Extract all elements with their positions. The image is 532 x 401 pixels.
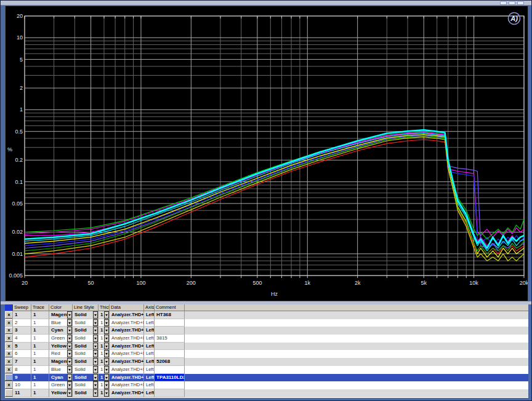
sweep-enable-cell[interactable]: x <box>5 358 13 366</box>
sweep-enable-button[interactable]: x <box>5 366 13 373</box>
sweep-enable-button[interactable]: x <box>5 351 13 358</box>
color-dropdown-button[interactable] <box>67 389 72 397</box>
sweep-enable-button[interactable]: x <box>5 319 13 327</box>
minimize-icon[interactable] <box>500 1 507 5</box>
line-style-dropdown-button[interactable] <box>93 319 98 327</box>
comment-cell[interactable] <box>155 327 185 335</box>
line-style-dropdown-button[interactable] <box>93 358 98 365</box>
axis-cell[interactable]: Left <box>144 374 155 382</box>
line-style-dropdown-button[interactable] <box>93 311 98 319</box>
comment-cell[interactable]: 3815 <box>155 335 185 343</box>
line-style-cell[interactable]: Solid <box>73 311 99 319</box>
trace-number-cell[interactable]: 1 <box>31 335 49 343</box>
sweep-enable-button[interactable] <box>5 374 13 381</box>
data-source-cell[interactable]: Analyzer.THD+N <box>110 350 144 358</box>
axis-cell[interactable]: Left <box>144 389 155 397</box>
line-style-cell[interactable]: Solid <box>73 366 99 374</box>
sweep-enable-button[interactable]: x <box>5 381 13 389</box>
sweep-enable-cell[interactable]: x <box>5 327 13 335</box>
data-source-cell[interactable]: Analyzer.THD+N <box>110 358 144 366</box>
comment-cell[interactable] <box>155 350 185 358</box>
color-dropdown-button[interactable] <box>67 343 72 350</box>
sweep-row-4[interactable]: x41GreenSolid1Analyzer.THD+NLeft3815 <box>5 335 528 343</box>
sweep-enable-button[interactable]: x <box>5 311 13 319</box>
line-style-dropdown-button[interactable] <box>93 366 98 373</box>
sweep-enable-cell[interactable]: x <box>5 343 13 351</box>
thick-dropdown-button[interactable] <box>104 327 109 334</box>
color-dropdown-button[interactable] <box>67 335 72 342</box>
thick-dropdown-button[interactable] <box>104 343 109 350</box>
comment-cell[interactable]: 52068 <box>155 358 185 366</box>
axis-cell[interactable]: Left <box>144 327 155 335</box>
color-cell[interactable]: Cyan <box>49 374 73 382</box>
trace-number-cell[interactable]: 1 <box>31 389 49 397</box>
comment-cell[interactable] <box>155 389 185 397</box>
sweep-enable-button[interactable] <box>5 389 13 397</box>
line-style-dropdown-button[interactable] <box>93 374 98 381</box>
line-style-dropdown-button[interactable] <box>93 327 98 334</box>
sweep-enable-cell[interactable]: x <box>5 350 13 358</box>
sweep-enable-cell[interactable]: x <box>5 335 13 343</box>
trace-number-cell[interactable]: 1 <box>31 350 49 358</box>
color-dropdown-button[interactable] <box>67 319 72 327</box>
trace-number-cell[interactable]: 1 <box>31 319 49 327</box>
thick-dropdown-button[interactable] <box>104 350 109 357</box>
sweep-enable-cell[interactable]: x <box>5 366 13 374</box>
thick-dropdown-button[interactable] <box>104 311 109 319</box>
sweep-number-cell[interactable]: 7 <box>13 358 31 366</box>
comment-cell[interactable]: TPA3110LD2 <box>155 374 185 382</box>
sweep-row-3[interactable]: x31CyanSolid1Analyzer.THD+NLeft <box>5 327 528 335</box>
color-dropdown-button[interactable] <box>67 358 72 365</box>
color-dropdown-button[interactable] <box>67 374 72 381</box>
axis-cell[interactable]: Left <box>144 343 155 351</box>
thick-cell[interactable]: 1 <box>99 366 110 374</box>
line-style-dropdown-button[interactable] <box>93 343 98 350</box>
data-source-cell[interactable]: Analyzer.THD+N <box>110 335 144 343</box>
data-source-cell[interactable]: Analyzer.THD+N <box>110 381 144 389</box>
sweep-enable-cell[interactable]: x <box>5 311 13 319</box>
sweep-number-cell[interactable]: 10 <box>13 381 31 389</box>
sweep-number-cell[interactable]: 6 <box>13 350 31 358</box>
thick-dropdown-button[interactable] <box>104 381 109 389</box>
color-cell[interactable]: Red <box>49 350 73 358</box>
sweep-row-11[interactable]: 111YellowSolid1Analyzer.THD+NLeft <box>5 389 528 397</box>
color-cell[interactable]: Blue <box>49 366 73 374</box>
axis-cell[interactable]: Left <box>144 350 155 358</box>
thick-dropdown-button[interactable] <box>104 335 109 342</box>
line-style-cell[interactable]: Solid <box>73 335 99 343</box>
line-style-cell[interactable]: Solid <box>73 389 99 397</box>
close-icon[interactable] <box>517 1 524 5</box>
sweep-number-cell[interactable]: 2 <box>13 319 31 327</box>
maximize-icon[interactable] <box>509 1 515 5</box>
thick-cell[interactable]: 1 <box>99 335 110 343</box>
color-cell[interactable]: Green <box>49 335 73 343</box>
line-style-cell[interactable]: Solid <box>73 327 99 335</box>
sweep-number-cell[interactable]: 11 <box>13 389 31 397</box>
sweep-row-10[interactable]: x101GreenSolid1Analyzer.THD+NLeft <box>5 381 528 389</box>
sweep-number-cell[interactable]: 5 <box>13 343 31 351</box>
line-style-cell[interactable]: Solid <box>73 358 99 366</box>
sweep-enable-button[interactable]: x <box>5 358 13 365</box>
trace-number-cell[interactable]: 1 <box>31 311 49 319</box>
thick-cell[interactable]: 1 <box>99 374 110 382</box>
sweep-number-cell[interactable]: 4 <box>13 335 31 343</box>
axis-cell[interactable]: Left <box>144 311 155 319</box>
thick-cell[interactable]: 1 <box>99 350 110 358</box>
sweep-enable-button[interactable]: x <box>5 343 13 350</box>
thick-cell[interactable]: 1 <box>99 381 110 389</box>
trace-number-cell[interactable]: 1 <box>31 327 49 335</box>
comment-cell[interactable] <box>155 366 185 374</box>
data-source-cell[interactable]: Analyzer.THD+N <box>110 389 144 397</box>
comment-cell[interactable] <box>155 319 185 327</box>
sweep-enable-button[interactable]: x <box>5 327 13 335</box>
sweep-number-cell[interactable]: 8 <box>13 366 31 374</box>
data-source-cell[interactable]: Analyzer.THD+N <box>110 319 144 327</box>
sweep-enable-cell[interactable]: x <box>5 381 13 389</box>
line-style-dropdown-button[interactable] <box>93 381 98 389</box>
sweep-row-5[interactable]: x51YellowSolid1Analyzer.THD+NLeft <box>5 343 528 351</box>
line-style-cell[interactable]: Solid <box>73 343 99 351</box>
comment-cell[interactable] <box>155 381 185 389</box>
color-dropdown-button[interactable] <box>67 311 72 319</box>
line-style-dropdown-button[interactable] <box>93 335 98 342</box>
sweep-enable-cell[interactable]: x <box>5 319 13 327</box>
